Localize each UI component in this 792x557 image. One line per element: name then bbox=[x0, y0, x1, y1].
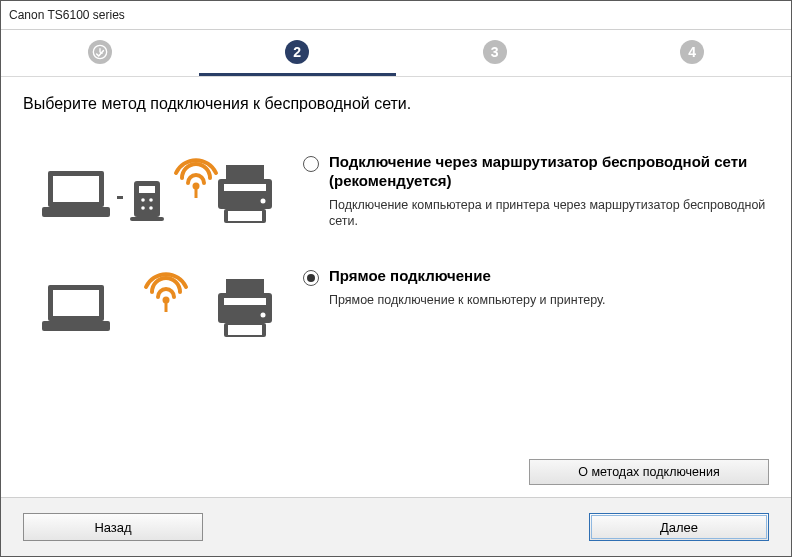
step-2: 2 bbox=[199, 30, 397, 76]
illustration-router bbox=[23, 153, 303, 233]
svg-rect-16 bbox=[224, 184, 266, 191]
content-area: Выберите метод подключения к беспроводно… bbox=[1, 77, 791, 497]
svg-rect-25 bbox=[226, 279, 264, 293]
option-router[interactable]: Подключение через маршрутизатор беспрово… bbox=[23, 153, 769, 233]
radio-direct[interactable] bbox=[303, 270, 319, 286]
svg-point-8 bbox=[149, 198, 153, 202]
svg-rect-11 bbox=[130, 217, 164, 221]
option-direct[interactable]: Прямое подключение Прямое подключение к … bbox=[23, 267, 769, 347]
svg-rect-26 bbox=[218, 293, 272, 323]
step-1-icon bbox=[88, 40, 112, 64]
svg-rect-4 bbox=[117, 196, 123, 199]
option-direct-desc: Прямое подключение к компьютеру и принте… bbox=[329, 292, 605, 309]
step-1 bbox=[1, 30, 199, 76]
svg-rect-24 bbox=[165, 300, 168, 312]
svg-rect-13 bbox=[195, 186, 198, 198]
window: Canon TS6100 series 2 3 4 Выберите метод… bbox=[0, 0, 792, 557]
step-indicator: 2 3 4 bbox=[1, 30, 791, 77]
page-heading: Выберите метод подключения к беспроводно… bbox=[23, 95, 769, 113]
step-3: 3 bbox=[396, 30, 594, 76]
svg-rect-3 bbox=[42, 207, 110, 217]
radio-router[interactable] bbox=[303, 156, 319, 172]
svg-rect-6 bbox=[139, 186, 155, 193]
svg-rect-14 bbox=[226, 165, 264, 179]
footer: Назад Далее bbox=[1, 497, 791, 556]
option-router-desc: Подключение компьютера и принтера через … bbox=[329, 197, 769, 231]
window-title: Canon TS6100 series bbox=[1, 1, 791, 30]
svg-point-7 bbox=[141, 198, 145, 202]
back-button[interactable]: Назад bbox=[23, 513, 203, 541]
about-methods-button[interactable]: О методах подключения bbox=[529, 459, 769, 485]
option-router-title: Подключение через маршрутизатор беспрово… bbox=[329, 153, 769, 191]
svg-rect-21 bbox=[53, 290, 99, 316]
step-3-label: 3 bbox=[483, 40, 507, 64]
svg-rect-19 bbox=[228, 211, 262, 221]
svg-rect-22 bbox=[42, 321, 110, 331]
svg-rect-15 bbox=[218, 179, 272, 209]
next-button[interactable]: Далее bbox=[589, 513, 769, 541]
svg-rect-30 bbox=[228, 325, 262, 335]
option-direct-title: Прямое подключение bbox=[329, 267, 605, 286]
svg-point-28 bbox=[261, 313, 266, 318]
step-2-label: 2 bbox=[285, 40, 309, 64]
svg-point-9 bbox=[141, 206, 145, 210]
illustration-direct bbox=[23, 267, 303, 347]
step-4: 4 bbox=[594, 30, 792, 76]
step-4-label: 4 bbox=[680, 40, 704, 64]
svg-point-17 bbox=[261, 199, 266, 204]
svg-rect-27 bbox=[224, 298, 266, 305]
svg-point-10 bbox=[149, 206, 153, 210]
svg-rect-2 bbox=[53, 176, 99, 202]
